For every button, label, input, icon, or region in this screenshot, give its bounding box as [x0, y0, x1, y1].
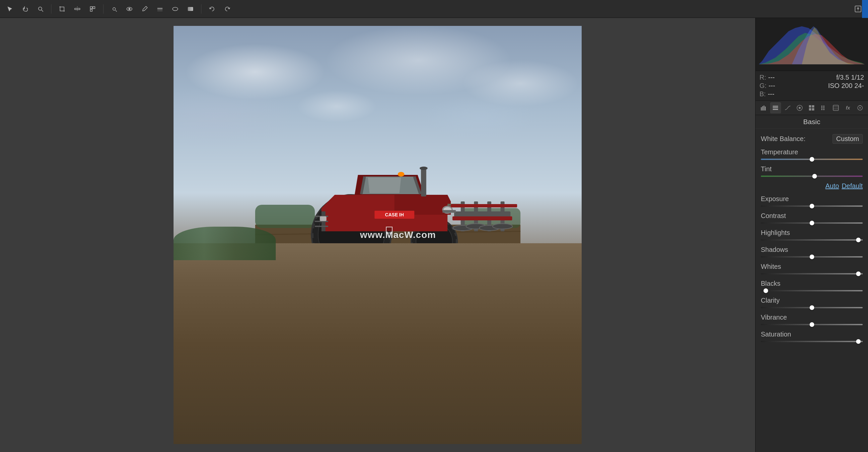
default-button[interactable]: Default	[842, 182, 863, 190]
saturation-handle[interactable]	[856, 339, 861, 344]
contrast-slider[interactable]	[761, 222, 863, 224]
svg-rect-55	[764, 106, 765, 111]
shadows-slider[interactable]	[761, 256, 863, 258]
toolbar-right	[852, 3, 864, 15]
saturation-slider[interactable]	[761, 341, 863, 342]
svg-point-68	[821, 109, 823, 110]
whites-label: Whites	[761, 263, 863, 271]
ground-layer	[174, 243, 582, 444]
svg-rect-17	[255, 205, 315, 228]
panel-tabs: fx	[755, 101, 868, 115]
svg-point-67	[821, 107, 823, 109]
toolbar	[0, 0, 868, 18]
auto-button[interactable]: Auto	[825, 182, 839, 190]
svg-rect-62	[809, 105, 811, 108]
svg-point-11	[173, 7, 178, 11]
blacks-label: Blacks	[761, 280, 863, 288]
camera-calibration-tab[interactable]	[855, 102, 865, 114]
straighten-tool[interactable]	[71, 3, 83, 15]
shadows-label: Shadows	[761, 246, 863, 254]
linear-gradient-tool[interactable]	[184, 3, 196, 15]
exposure-slider[interactable]	[761, 205, 863, 207]
auto-default-row: Auto Default	[761, 181, 863, 192]
svg-point-4	[113, 8, 116, 10]
tint-row: Tint	[761, 164, 863, 180]
shutter-value: 1/12	[851, 74, 864, 81]
exposure-row: Exposure	[761, 194, 863, 209]
spot-removal-tool[interactable]	[108, 3, 120, 15]
histogram-tab[interactable]	[758, 102, 769, 114]
svg-point-0	[38, 7, 42, 10]
blacks-slider[interactable]	[761, 290, 863, 291]
svg-rect-64	[809, 108, 811, 111]
redeye-tool[interactable]	[123, 3, 135, 15]
svg-rect-38	[320, 216, 327, 221]
svg-point-66	[821, 106, 823, 107]
temperature-slider[interactable]	[761, 159, 863, 160]
exposure-label: Exposure	[761, 195, 863, 204]
highlights-label: Highlights	[761, 229, 863, 237]
aperture-value: f/3.5	[836, 74, 849, 81]
temperature-handle[interactable]	[810, 157, 814, 161]
separator-2	[103, 4, 103, 13]
svg-point-7	[128, 8, 130, 10]
b-value: ---	[768, 90, 774, 98]
clarity-row: Clarity	[761, 295, 863, 311]
iso-row: ISO 200 24-	[828, 82, 864, 90]
white-balance-label: White Balance:	[761, 135, 806, 143]
camera-info-right: f/3.5 1/12 ISO 200 24-	[828, 74, 864, 98]
histogram-chart	[759, 21, 865, 64]
canvas-area[interactable]: CASE IH	[0, 18, 755, 452]
histogram-area	[755, 18, 868, 71]
temperature-row: Temperature	[761, 147, 863, 162]
tint-slider[interactable]	[761, 176, 863, 177]
clarity-label: Clarity	[761, 297, 863, 305]
svg-point-69	[823, 106, 825, 107]
svg-point-70	[823, 107, 825, 109]
b-label: B:	[760, 90, 766, 98]
svg-rect-72	[833, 105, 838, 111]
hand-tool[interactable]	[19, 3, 31, 15]
transform-tool[interactable]	[87, 3, 98, 15]
svg-rect-29	[421, 168, 426, 197]
clarity-handle[interactable]	[810, 305, 814, 310]
hsl-tab[interactable]	[794, 102, 805, 114]
vibrance-handle[interactable]	[810, 322, 814, 327]
main-area: CASE IH	[0, 18, 868, 452]
section-header: Basic	[755, 115, 868, 129]
exposure-handle[interactable]	[810, 204, 814, 208]
undo-button[interactable]	[206, 3, 218, 15]
whites-handle[interactable]	[856, 271, 861, 276]
svg-rect-63	[812, 105, 814, 108]
svg-point-47	[493, 224, 513, 229]
detail-tab[interactable]	[818, 102, 829, 114]
select-tool[interactable]	[4, 3, 16, 15]
lens-tab[interactable]	[831, 102, 841, 114]
tone-curve-tab[interactable]	[782, 102, 793, 114]
brush-tool[interactable]	[139, 3, 151, 15]
whites-slider[interactable]	[761, 273, 863, 274]
zoom-tool[interactable]	[34, 3, 46, 15]
iso-value: ISO 200	[828, 82, 852, 90]
fx-tab[interactable]: fx	[842, 102, 853, 114]
blue-bar	[862, 0, 868, 18]
redo-button[interactable]	[221, 3, 233, 15]
vibrance-row: Vibrance	[761, 312, 863, 328]
white-balance-dropdown[interactable]: Custom	[833, 134, 863, 144]
highlights-slider[interactable]	[761, 239, 863, 241]
shadows-handle[interactable]	[810, 254, 814, 259]
blacks-handle[interactable]	[764, 289, 768, 293]
clarity-slider[interactable]	[761, 307, 863, 308]
contrast-handle[interactable]	[810, 221, 814, 225]
svg-point-76	[859, 107, 861, 109]
graduated-filter-tool[interactable]	[154, 3, 166, 15]
highlights-handle[interactable]	[856, 238, 861, 242]
tint-handle[interactable]	[812, 174, 817, 179]
tint-label: Tint	[761, 165, 863, 174]
radial-filter-tool[interactable]	[169, 3, 181, 15]
color-grading-tab[interactable]	[806, 102, 817, 114]
svg-point-71	[823, 109, 825, 110]
crop-tool[interactable]	[56, 3, 68, 15]
vibrance-slider[interactable]	[761, 324, 863, 325]
basic-tab[interactable]	[770, 102, 781, 114]
